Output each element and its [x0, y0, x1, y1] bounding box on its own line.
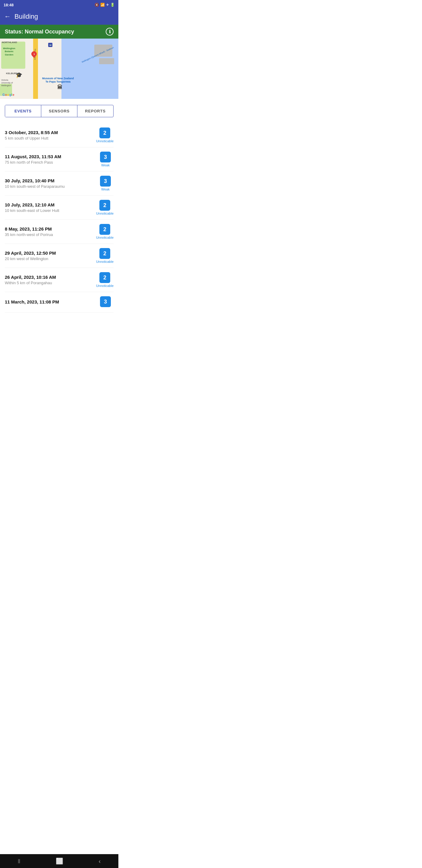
event-date: 26 April, 2023, 10:16 AM — [5, 275, 93, 280]
intensity-label: Unnoticable — [96, 236, 113, 239]
back-button[interactable]: ← — [4, 13, 11, 20]
magnitude-badge: 2 — [99, 272, 110, 283]
map-label-museum: Museum of New ZealandTe Papa Tongarewa — [42, 77, 74, 84]
status-banner: Status: Normal Occupancy ℹ — [0, 25, 118, 38]
event-badge: 2Unnoticable — [96, 127, 113, 143]
map-pin-graduation: 🎓 — [16, 72, 22, 79]
event-badge: 2Unnoticable — [96, 224, 113, 239]
event-info: 8 May, 2023, 11:26 PM35 km north-west of… — [5, 226, 96, 237]
intensity-label: Unnoticable — [96, 139, 113, 143]
intensity-label: Unnoticable — [96, 284, 113, 287]
magnitude-badge: 3 — [100, 152, 111, 162]
event-location: 10 km south-west of Paraparaumu — [5, 184, 94, 189]
wifi-icon: 📶 — [100, 3, 105, 7]
app-header: ← Building — [0, 10, 118, 25]
event-badge: 3Weak — [97, 176, 113, 191]
event-date: 8 May, 2023, 11:26 PM — [5, 226, 93, 231]
event-info: 11 August, 2023, 11:53 AM75 km north of … — [5, 154, 97, 164]
event-info: 10 July, 2023, 12:10 AM10 km south-east … — [5, 202, 96, 213]
google-logo: Google — [2, 93, 14, 96]
event-item[interactable]: 11 March, 2023, 11:08 PM3 — [5, 292, 113, 313]
map-view[interactable]: NORTHLAND WellingtonBotanicGarden KELBUR… — [0, 38, 118, 99]
event-item[interactable]: 10 July, 2023, 12:10 AM10 km south-east … — [5, 195, 113, 220]
event-item[interactable]: 30 July, 2023, 10:40 PM10 km south-west … — [5, 172, 113, 195]
event-info: 29 April, 2023, 12:50 PM20 km west of We… — [5, 250, 96, 261]
magnitude-badge: 3 — [100, 176, 111, 187]
event-badge: 3 — [97, 296, 113, 308]
event-location: 35 km north-west of Porirua — [5, 232, 93, 237]
battery-icon: 🔋 — [110, 3, 115, 7]
status-bar: 18:48 🔇 📶 ✈ 🔋 — [0, 0, 118, 10]
event-info: 3 October, 2023, 8:55 AM5 km south of Up… — [5, 130, 96, 141]
event-location: Within 5 km of Porangahau — [5, 281, 93, 285]
event-item[interactable]: 11 August, 2023, 11:53 AM75 km north of … — [5, 147, 113, 172]
event-date: 11 March, 2023, 11:08 PM — [5, 299, 94, 304]
magnitude-badge: 2 — [99, 224, 110, 235]
magnitude-badge: 2 — [99, 200, 110, 211]
mute-icon: 🔇 — [95, 3, 99, 7]
event-item[interactable]: 3 October, 2023, 8:55 AM5 km south of Up… — [5, 123, 113, 147]
event-info: 26 April, 2023, 10:16 AMWithin 5 km of P… — [5, 275, 96, 285]
magnitude-badge: 2 — [99, 248, 110, 259]
event-location: 10 km south-east of Lower Hutt — [5, 208, 93, 213]
event-location: 20 km west of Wellington — [5, 256, 93, 261]
map-bus-stop — [48, 43, 53, 47]
map-label-garden: WellingtonBotanicGarden — [3, 47, 15, 56]
info-button[interactable]: ℹ — [106, 28, 113, 36]
tab-reports[interactable]: REPORTS — [77, 105, 113, 117]
intensity-label: Unnoticable — [96, 212, 113, 215]
event-location: 5 km south of Upper Hutt — [5, 136, 93, 141]
magnitude-badge: 2 — [99, 127, 110, 138]
map-dock-area-2 — [99, 58, 114, 64]
tab-events[interactable]: EVENTS — [5, 105, 41, 117]
magnitude-badge: 3 — [100, 296, 111, 307]
event-date: 3 October, 2023, 8:55 AM — [5, 130, 93, 135]
event-date: 11 August, 2023, 11:53 AM — [5, 154, 94, 159]
event-item[interactable]: 29 April, 2023, 12:50 PM20 km west of We… — [5, 244, 113, 268]
events-list: 3 October, 2023, 8:55 AM5 km south of Up… — [0, 123, 118, 313]
status-time: 18:48 — [4, 3, 13, 7]
airplane-icon: ✈ — [106, 3, 109, 7]
intensity-label: Unnoticable — [96, 260, 113, 264]
map-background: NORTHLAND WellingtonBotanicGarden KELBUR… — [0, 38, 118, 99]
event-item[interactable]: 26 April, 2023, 10:16 AMWithin 5 km of P… — [5, 268, 113, 292]
map-label-victoria: VictoriaUniversity ofWellington — [1, 79, 13, 87]
tab-bar: EVENTS SENSORS REPORTS — [5, 105, 113, 117]
event-info: 30 July, 2023, 10:40 PM10 km south-west … — [5, 178, 97, 189]
intensity-label: Weak — [101, 163, 110, 167]
map-road-main — [33, 38, 38, 99]
map-label-northland: NORTHLAND — [2, 41, 17, 44]
event-badge: 2Unnoticable — [96, 248, 113, 264]
event-location: 75 km north of French Pass — [5, 160, 94, 164]
event-date: 29 April, 2023, 12:50 PM — [5, 250, 93, 255]
event-badge: 3Weak — [97, 152, 113, 167]
status-text: Status: Normal Occupancy — [5, 29, 74, 35]
event-badge: 2Unnoticable — [96, 200, 113, 215]
intensity-label: Weak — [101, 187, 110, 191]
tab-sensors[interactable]: SENSORS — [41, 105, 77, 117]
event-item[interactable]: 8 May, 2023, 11:26 PM35 km north-west of… — [5, 220, 113, 244]
event-badge: 2Unnoticable — [96, 272, 113, 287]
event-info: 11 March, 2023, 11:08 PM — [5, 299, 97, 305]
map-pin-museum: 🏛 — [57, 84, 63, 90]
event-date: 30 July, 2023, 10:40 PM — [5, 178, 94, 183]
page-title: Building — [14, 13, 38, 21]
event-date: 10 July, 2023, 12:10 AM — [5, 202, 93, 207]
status-icons: 🔇 📶 ✈ 🔋 — [95, 3, 115, 7]
